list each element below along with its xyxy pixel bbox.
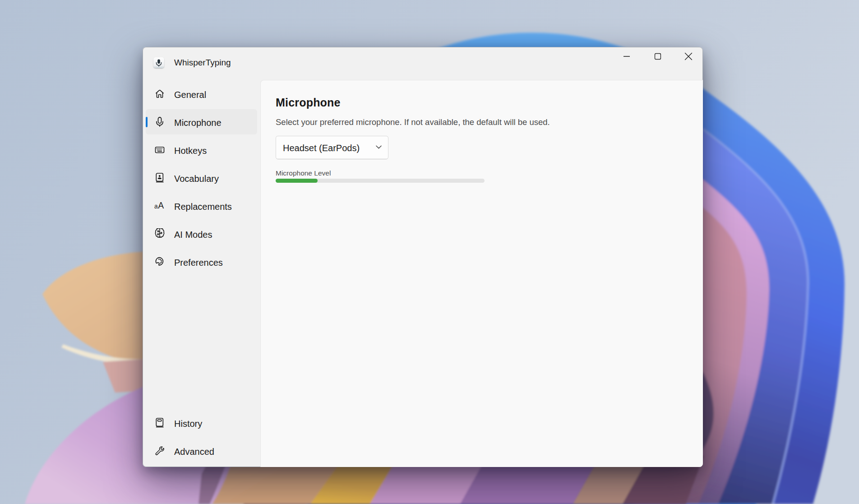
svg-text:A: A [158, 200, 164, 210]
svg-text:a: a [154, 203, 158, 210]
